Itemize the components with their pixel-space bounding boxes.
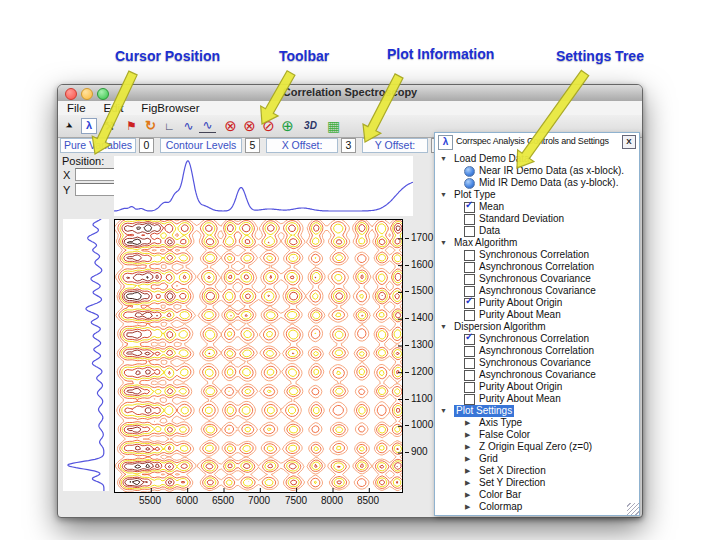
pure-variables-value[interactable]: 0 xyxy=(139,138,154,153)
tree-collapsed-icon[interactable]: ▶ xyxy=(465,429,470,441)
tools-icon[interactable]: ⚒ xyxy=(101,118,118,134)
tree-item-standard-deviation[interactable]: Standard Deviation xyxy=(435,213,639,225)
no-y-zoom-icon[interactable]: ⊗ xyxy=(241,118,258,134)
tree-item-purity-about-mean[interactable]: Purity About Mean xyxy=(435,309,639,321)
tree-item-synchronous-correlation[interactable]: Synchronous Correlation xyxy=(435,249,639,261)
no-x-zoom-icon[interactable]: ⊗ xyxy=(222,118,239,134)
position-panel-label: Position: xyxy=(62,155,104,167)
x-offset-value[interactable]: 3 xyxy=(341,138,356,153)
menu-edit[interactable]: Edit xyxy=(95,102,133,114)
tree-item-data[interactable]: Data xyxy=(435,225,639,237)
tree-expander-icon[interactable]: ▼ xyxy=(440,405,447,417)
tree-item-grid[interactable]: ▶Grid xyxy=(435,453,639,465)
contour-plot[interactable] xyxy=(114,219,403,493)
checkbox-icon[interactable]: ✓ xyxy=(464,298,475,309)
y-offset-button[interactable]: Y Offset: xyxy=(362,138,428,153)
tree-collapsed-icon[interactable]: ▶ xyxy=(465,465,470,477)
tree-section-max-algorithm[interactable]: ▼Max Algorithm xyxy=(435,237,639,249)
position-x-input[interactable] xyxy=(75,168,117,181)
checkbox-icon[interactable] xyxy=(464,346,475,357)
checkbox-icon[interactable] xyxy=(464,250,475,261)
checkbox-icon[interactable] xyxy=(464,262,475,273)
peaks-icon[interactable]: ∿ xyxy=(180,118,197,134)
axes-icon[interactable]: ∟ xyxy=(161,118,178,134)
tree-item-label: Synchronous Correlation xyxy=(479,249,589,261)
tree-expander-icon[interactable]: ▼ xyxy=(440,321,447,333)
resize-grip[interactable] xyxy=(627,503,639,515)
data-grid-icon[interactable]: ▦ xyxy=(325,118,342,134)
tree-collapsed-icon[interactable]: ▶ xyxy=(465,453,470,465)
tree-expander-icon[interactable]: ▼ xyxy=(440,237,447,249)
tree-item-axis-type[interactable]: ▶Axis Type xyxy=(435,417,639,429)
tree-item-purity-about-mean[interactable]: Purity About Mean xyxy=(435,393,639,405)
axes-peaks-icon[interactable]: ∿ xyxy=(199,119,216,133)
left-spectrum-plot xyxy=(63,219,109,491)
checkbox-icon[interactable] xyxy=(464,226,475,237)
pointer-icon[interactable]: ➤ xyxy=(60,116,79,136)
tree-item-synchronous-covariance[interactable]: Synchronous Covariance xyxy=(435,273,639,285)
tree-item-mid-ir-demo-data-as-y-block[interactable]: Mid IR Demo Data (as y-block). xyxy=(435,177,639,189)
checkbox-icon[interactable] xyxy=(464,358,475,369)
pin-icon[interactable]: ⚑ xyxy=(123,118,140,134)
tree-item-asynchronous-correlation[interactable]: Asynchronous Correlation xyxy=(435,345,639,357)
checkbox-icon[interactable] xyxy=(464,214,475,225)
tree-item-z-origin-equal-zero-z-0[interactable]: ▶Z Origin Equal Zero (z=0) xyxy=(435,441,639,453)
position-y-input[interactable] xyxy=(75,183,117,196)
tree-item-synchronous-covariance[interactable]: Synchronous Covariance xyxy=(435,357,639,369)
x-tick-label: 5500 xyxy=(133,495,167,506)
checkbox-icon[interactable] xyxy=(464,370,475,381)
menu-figbrowser[interactable]: FigBrowser xyxy=(132,102,208,114)
contour-levels-value[interactable]: 5 xyxy=(245,138,260,153)
title-bar[interactable]: Correlation Spectroscopy xyxy=(58,85,642,102)
checkbox-icon[interactable] xyxy=(464,310,475,321)
checkbox-icon[interactable] xyxy=(464,394,475,405)
x-tick-label: 7500 xyxy=(279,495,313,506)
rotate-icon[interactable]: ↻ xyxy=(142,118,159,134)
tree-item-mean[interactable]: ✓Mean xyxy=(435,201,639,213)
window-title: Correlation Spectroscopy xyxy=(58,86,642,98)
checkbox-icon[interactable] xyxy=(464,274,475,285)
tree-item-color-bar[interactable]: ▶Color Bar xyxy=(435,489,639,501)
tree-item-label: Axis Type xyxy=(479,417,522,429)
tree-collapsed-icon[interactable]: ▶ xyxy=(465,501,470,513)
tree-collapsed-icon[interactable]: ▶ xyxy=(465,477,470,489)
tree-item-label: Z Origin Equal Zero (z=0) xyxy=(479,441,592,453)
tree-section-plot-settings[interactable]: ▼Plot Settings xyxy=(435,405,639,417)
contour-levels-button[interactable]: Contour Levels xyxy=(160,138,242,153)
x-offset-button[interactable]: X Offset: xyxy=(266,138,338,153)
tree-item-label: Purity About Origin xyxy=(479,381,562,393)
tree-collapsed-icon[interactable]: ▶ xyxy=(465,441,470,453)
checkbox-icon[interactable]: ✓ xyxy=(464,202,475,213)
settings-tree-annotation: Settings Tree xyxy=(556,48,644,64)
tree-item-purity-about-origin[interactable]: ✓Purity About Origin xyxy=(435,297,639,309)
reset-view-icon[interactable]: ⊕ xyxy=(279,118,296,134)
x-tick-label: 8500 xyxy=(351,495,385,506)
tree-item-colormap[interactable]: ▶Colormap xyxy=(435,501,639,513)
tree-item-set-y-direction[interactable]: ▶Set Y Direction xyxy=(435,477,639,489)
radio-icon[interactable] xyxy=(464,178,475,189)
x-tick-label: 8000 xyxy=(315,495,349,506)
close-panel-icon[interactable]: X xyxy=(622,135,636,149)
tree-expander-icon[interactable]: ▼ xyxy=(440,153,447,165)
no-rotate-icon[interactable]: ⊘ xyxy=(260,118,277,134)
tree-item-set-x-direction[interactable]: ▶Set X Direction xyxy=(435,465,639,477)
tree-item-asynchronous-covariance[interactable]: Asynchronous Covariance xyxy=(435,369,639,381)
tree-item-purity-about-origin[interactable]: Purity About Origin xyxy=(435,381,639,393)
tree-item-synchronous-correlation[interactable]: ✓Synchronous Correlation xyxy=(435,333,639,345)
tree-item-false-color[interactable]: ▶False Color xyxy=(435,429,639,441)
tree-item-near-ir-demo-data-as-x-block[interactable]: Near IR Demo Data (as x-block). xyxy=(435,165,639,177)
tree-section-load-demo-data[interactable]: ▼Load Demo Data xyxy=(435,153,639,165)
tree-item-asynchronous-correlation[interactable]: Asynchronous Correlation xyxy=(435,261,639,273)
lambda-browser-icon[interactable]: λ xyxy=(81,118,97,134)
menu-file[interactable]: File xyxy=(58,102,95,114)
tree-expander-icon[interactable]: ▼ xyxy=(440,189,447,201)
tree-item-label: Synchronous Correlation xyxy=(479,333,589,345)
three-d-icon[interactable]: 3D xyxy=(302,118,319,134)
tree-collapsed-icon[interactable]: ▶ xyxy=(465,417,470,429)
checkbox-icon[interactable]: ✓ xyxy=(464,334,475,345)
checkbox-icon[interactable] xyxy=(464,382,475,393)
tree-collapsed-icon[interactable]: ▶ xyxy=(465,489,470,501)
pure-variables-button[interactable]: Pure Variables xyxy=(60,138,136,153)
radio-icon[interactable] xyxy=(464,166,475,177)
tree-item-label: Purity About Mean xyxy=(479,393,561,405)
